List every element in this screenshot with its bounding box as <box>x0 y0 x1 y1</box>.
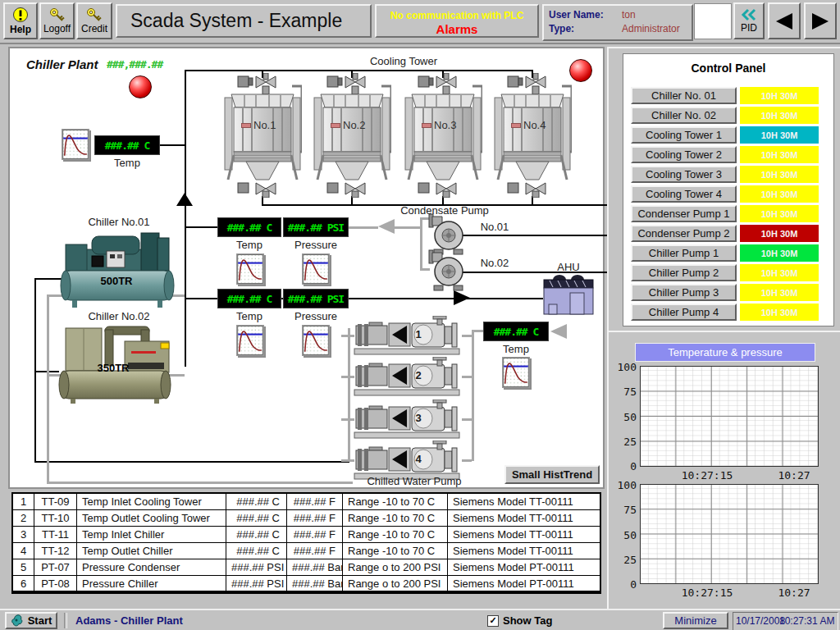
key-icon <box>49 7 66 22</box>
condenser-temp-display: ###.## C <box>217 217 281 237</box>
help-button[interactable]: Help <box>3 2 38 39</box>
chilled-water-pump-4[interactable] <box>353 441 462 480</box>
y-tick: 25 <box>612 436 637 448</box>
cooling-tower-2[interactable] <box>313 73 391 198</box>
trend-chart-icon[interactable] <box>502 357 530 388</box>
alarm-panel[interactable]: No communication with PLC Alarms <box>375 4 539 38</box>
control-button-condenser-pump-2[interactable]: Condenser Pump 2 <box>631 225 737 242</box>
trend-panel-title: Temperature & pressure <box>635 343 815 362</box>
row-index: 1 <box>13 494 34 509</box>
trend-chart-icon[interactable] <box>236 325 264 356</box>
temp-display-label: Temp <box>217 239 281 251</box>
pipe <box>34 461 349 463</box>
cooling-tower-3[interactable] <box>404 73 482 198</box>
value-primary: ###.## C <box>226 543 287 559</box>
tower-label: No.1 <box>241 119 276 131</box>
trend-chart-1 <box>640 366 819 467</box>
flow-arrow-left <box>550 324 567 339</box>
control-button-chiller-no-02[interactable]: Chiller No. 02 <box>631 107 737 124</box>
pump-number: 3 <box>409 412 428 424</box>
tag-id: TT-10 <box>34 510 77 526</box>
control-button-cooling-tower-4[interactable]: Cooling Tower 4 <box>631 185 737 203</box>
x-tick: 10:27:15 <box>670 587 744 599</box>
cooling-tower-4[interactable] <box>493 73 572 198</box>
trend-panel: Temperature & pressure 100 75 50 25 0 10… <box>607 331 840 612</box>
credit-button[interactable]: Credit <box>76 2 112 39</box>
tag-description: Pressure Chiller <box>77 576 226 592</box>
logoff-button[interactable]: Logoff <box>39 2 75 39</box>
y-tick: 0 <box>612 578 637 591</box>
pid-button[interactable]: PID <box>733 2 765 39</box>
pipe <box>472 330 474 461</box>
alarms-link[interactable]: Alarms <box>377 22 537 36</box>
user-type-label: Type: <box>549 23 574 34</box>
control-button-chiller-no-01[interactable]: Chiller No. 01 <box>631 87 737 104</box>
y-tick: 100 <box>612 361 637 373</box>
chiller-1[interactable] <box>59 231 176 308</box>
control-button-chiller-pump-2[interactable]: Chiller Pump 2 <box>631 264 737 281</box>
chilled-water-pump-3[interactable] <box>353 399 462 439</box>
start-button[interactable]: Start <box>5 612 57 629</box>
value-secondary: ###.## F <box>287 510 343 526</box>
show-tag-checkbox[interactable] <box>487 615 499 627</box>
condensate-pump-2[interactable] <box>427 249 465 291</box>
trend-chart-icon[interactable] <box>236 253 264 285</box>
tag-description: Temp Inlet Chiller <box>77 527 226 542</box>
cooling-tower-1[interactable] <box>223 73 302 198</box>
y-tick: 25 <box>612 554 637 566</box>
table-row: 1 TT-09 Temp Inlet Cooling Tower ###.## … <box>13 494 600 510</box>
trend-chart-icon[interactable] <box>302 253 330 285</box>
app-title: Adams - Chiller Plant <box>75 614 183 627</box>
arrow-right-icon <box>810 12 830 30</box>
control-button-cooling-tower-2[interactable]: Cooling Tower 2 <box>631 146 737 163</box>
supply-temp-display: ###.## C <box>483 322 549 341</box>
plant-total-value: ###,###.## <box>107 58 162 71</box>
page-title: Scada System - Example <box>130 10 342 32</box>
ahu-unit[interactable] <box>543 273 594 316</box>
pipe <box>185 70 533 71</box>
control-button-chiller-pump-1[interactable]: Chiller Pump 1 <box>631 244 737 262</box>
blank-display-box <box>694 3 732 39</box>
double-chevron-left-icon <box>741 8 757 21</box>
range: Range -10 to 70 C <box>343 494 448 509</box>
control-button-chiller-pump-3[interactable]: Chiller Pump 3 <box>631 284 737 301</box>
runtime-chip: 10H 30M <box>740 225 819 242</box>
chilled-water-pump-2[interactable] <box>353 357 462 396</box>
previous-page-button[interactable] <box>768 2 801 39</box>
control-button-condenser-pump-1[interactable]: Condenser Pump 1 <box>631 205 737 222</box>
show-tag-label: Show Tag <box>503 614 552 627</box>
control-button-chiller-pump-4[interactable]: Chiller Pump 4 <box>631 304 737 321</box>
key-icon <box>86 7 103 22</box>
level-tick-icon <box>422 123 431 128</box>
level-tick-icon <box>241 123 251 128</box>
chilled-water-pump-1[interactable] <box>353 316 462 355</box>
pipe <box>395 226 420 229</box>
minimize-button[interactable]: Minimize <box>663 612 728 629</box>
date-value: 10/17/2008 <box>736 615 785 627</box>
trend-chart-icon[interactable] <box>62 129 89 160</box>
control-button-cooling-tower-3[interactable]: Cooling Tower 3 <box>631 166 737 183</box>
table-row: 2 TT-10 Temp Outlet Cooling Tower ###.##… <box>13 510 600 527</box>
pipe <box>34 278 62 280</box>
pipe <box>34 278 36 461</box>
tag-id: TT-12 <box>34 543 77 559</box>
control-button-cooling-tower-1[interactable]: Cooling Tower 1 <box>631 126 737 144</box>
small-histtrend-button[interactable]: Small HistTrend <box>504 465 600 484</box>
user-panel: User Name: ton Type: Administrator <box>542 4 693 41</box>
scada-window: Help Logoff Credit Scada System - Exampl… <box>0 0 840 630</box>
tag-description: Temp Outlet Chiller <box>77 543 226 559</box>
runtime-chip: 10H 30M <box>740 284 819 301</box>
cooling-tower-section-label: Cooling Tower <box>346 55 461 67</box>
range: Range -10 to 70 C <box>343 510 448 526</box>
trend-chart-icon[interactable] <box>302 325 330 356</box>
next-page-button[interactable] <box>804 2 837 39</box>
divider <box>64 613 67 628</box>
pipe <box>462 376 472 378</box>
table-row: 5 PT-07 Pressure Condenser ###.## PSI ##… <box>13 559 600 576</box>
pipe <box>420 217 422 270</box>
tag-description: Temp Inlet Cooling Tower <box>77 494 226 509</box>
model: Siemens Model TT-00111 <box>448 510 600 526</box>
level-tick-icon <box>331 123 340 128</box>
header-bar: Help Logoff Credit Scada System - Exampl… <box>0 0 840 44</box>
user-type-value: Administrator <box>622 23 680 34</box>
